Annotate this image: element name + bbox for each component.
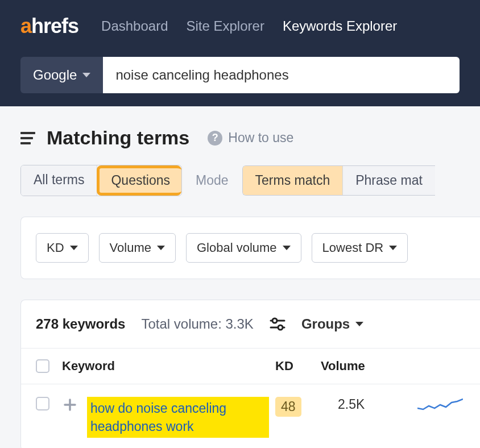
table-header: Keyword KD Volume — [21, 348, 480, 384]
how-to-use-label: How to use — [228, 130, 293, 146]
logo-a: a — [20, 14, 31, 38]
column-kd[interactable]: KD — [275, 359, 321, 374]
table-row: how do noise canceling headphones work 4… — [21, 384, 480, 448]
row-checkbox[interactable] — [36, 397, 49, 410]
menu-icon[interactable] — [20, 132, 35, 144]
sliders-icon[interactable] — [270, 317, 285, 331]
filter-lowest-dr[interactable]: Lowest DR — [312, 233, 408, 263]
filter-kd[interactable]: KD — [36, 233, 89, 263]
volume-value: 2.5K — [321, 397, 365, 412]
search-bar: Google noise canceling headphones — [0, 52, 480, 106]
chevron-down-icon — [283, 246, 291, 250]
results-panel: 278 keywords Total volume: 3.3K Groups K… — [20, 300, 480, 448]
keyword-link[interactable]: how do noise canceling headphones work — [87, 397, 269, 438]
nav-keywords-explorer[interactable]: Keywords Explorer — [283, 18, 397, 34]
filters-panel: KD Volume Global volume Lowest DR — [20, 217, 480, 279]
column-volume-label: Volume — [321, 359, 365, 374]
page-title: Matching terms — [47, 127, 189, 149]
top-navbar: ahrefs Dashboard Site Explorer Keywords … — [0, 0, 480, 52]
search-query-value: noise canceling headphones — [115, 67, 288, 83]
chevron-down-icon — [355, 322, 363, 326]
content-area: Matching terms ? How to use All terms Qu… — [0, 106, 480, 448]
filter-global-volume-label: Global volume — [197, 240, 277, 255]
terms-tab-group: All terms Questions — [20, 165, 182, 196]
chevron-down-icon — [389, 246, 397, 250]
nav-dashboard[interactable]: Dashboard — [101, 18, 168, 34]
search-engine-label: Google — [33, 67, 77, 83]
ahrefs-logo[interactable]: ahrefs — [20, 14, 83, 38]
select-all-checkbox[interactable] — [36, 359, 49, 373]
keyword-count: 278 keywords — [36, 316, 125, 332]
total-volume: Total volume: 3.3K — [141, 316, 253, 332]
keyword-search-input[interactable]: noise canceling headphones — [103, 57, 460, 93]
results-header: 278 keywords Total volume: 3.3K Groups — [21, 300, 480, 348]
chevron-down-icon — [82, 73, 90, 77]
groups-dropdown[interactable]: Groups — [301, 316, 363, 332]
chevron-down-icon — [157, 246, 165, 250]
groups-label: Groups — [301, 316, 350, 332]
tab-all-terms[interactable]: All terms — [21, 165, 97, 196]
trend-sparkline — [417, 397, 465, 415]
tab-phrase-match[interactable]: Phrase mat — [343, 166, 435, 195]
filter-lowest-dr-label: Lowest DR — [322, 240, 384, 255]
how-to-use-link[interactable]: ? How to use — [208, 130, 293, 146]
mode-tab-group: Terms match Phrase mat — [242, 165, 435, 196]
filter-volume[interactable]: Volume — [99, 233, 176, 263]
kd-badge: 48 — [275, 397, 301, 417]
column-keyword[interactable]: Keyword — [62, 359, 275, 374]
svg-point-1 — [272, 318, 277, 323]
filter-volume-label: Volume — [110, 240, 151, 255]
tabs-row: All terms Questions Mode Terms match Phr… — [20, 165, 460, 196]
help-icon: ? — [208, 131, 222, 146]
title-row: Matching terms ? How to use — [20, 127, 460, 149]
expand-icon[interactable] — [62, 397, 78, 413]
nav-site-explorer[interactable]: Site Explorer — [186, 18, 264, 34]
svg-point-3 — [278, 325, 283, 330]
filter-kd-label: KD — [47, 240, 64, 255]
column-volume[interactable]: Volume — [321, 359, 417, 374]
logo-rest: hrefs — [31, 14, 78, 38]
filter-global-volume[interactable]: Global volume — [186, 233, 301, 263]
tab-questions[interactable]: Questions — [97, 165, 181, 196]
chevron-down-icon — [70, 246, 78, 250]
search-engine-select[interactable]: Google — [20, 57, 103, 93]
tab-terms-match[interactable]: Terms match — [243, 166, 344, 195]
mode-label: Mode — [182, 173, 242, 188]
